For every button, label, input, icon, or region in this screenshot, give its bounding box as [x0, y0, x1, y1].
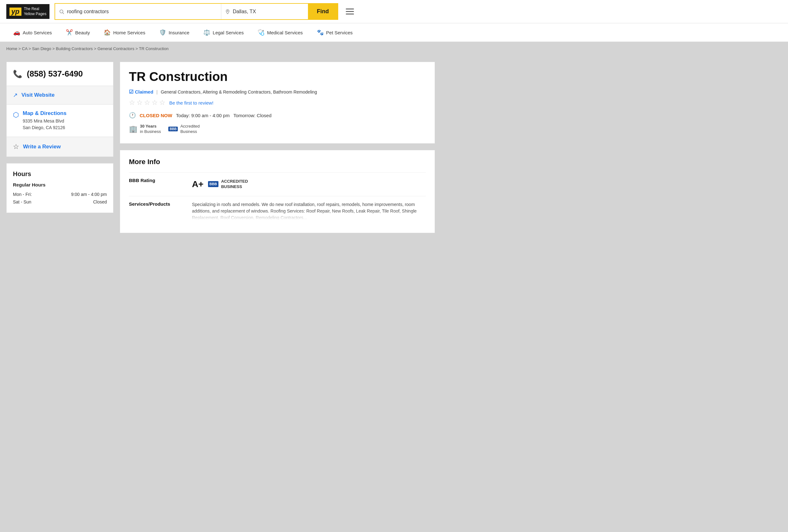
external-link-icon: ↗: [13, 91, 18, 99]
services-label: Services/Products: [129, 201, 179, 220]
open-hours-row: 🕐 CLOSED NOW Today: 9:00 am - 4:00 pm To…: [129, 112, 426, 119]
hours-subtitle: Regular Hours: [13, 182, 107, 187]
svg-line-1: [63, 13, 64, 14]
find-button[interactable]: Find: [308, 4, 338, 19]
bbb-rating-label: BBB Rating: [129, 178, 179, 191]
directions-icon: ⬡: [13, 111, 19, 119]
star-3: ☆: [144, 99, 150, 107]
visit-website-box[interactable]: ↗ Visit Website: [6, 86, 114, 104]
breadcrumb-ca[interactable]: CA: [22, 46, 27, 51]
visit-website-link[interactable]: Visit Website: [21, 92, 55, 98]
directions-content: Map & Directions 9335 Mira Mesa Blvd San…: [23, 110, 66, 131]
star-5: ☆: [159, 99, 165, 107]
address-line2: San Diego, CA 92126: [23, 124, 66, 131]
hamburger-line-1: [346, 8, 354, 9]
breadcrumb-current: TR Construction: [139, 46, 169, 51]
nav-insurance[interactable]: 🛡️ Insurance: [152, 23, 196, 42]
nav-pet-services-label: Pet Services: [326, 30, 353, 35]
bbb-rating-letter: A+: [192, 178, 204, 191]
hours-box: Hours Regular Hours Mon - Fri: 9:00 am -…: [6, 163, 114, 213]
write-review-star-icon: ☆: [13, 143, 19, 151]
address-line1: 9335 Mira Mesa Blvd: [23, 118, 66, 124]
nav-pet-services[interactable]: 🐾 Pet Services: [310, 23, 360, 42]
nav-insurance-label: Insurance: [169, 30, 190, 35]
breadcrumb-san-diego[interactable]: San Diego: [32, 46, 52, 51]
hours-time-weekday: 9:00 am - 4:00 pm: [71, 192, 107, 197]
auto-services-icon: 🚗: [13, 29, 20, 36]
nav-home-services[interactable]: 🏠 Home Services: [97, 23, 152, 42]
pet-services-icon: 🐾: [317, 29, 324, 36]
home-services-icon: 🏠: [104, 29, 111, 36]
clock-icon: 🕐: [129, 112, 136, 119]
search-input[interactable]: [67, 9, 217, 15]
phone-box: 📞 (858) 537-6490: [6, 62, 114, 86]
logo: yp The Real Yellow Pages: [6, 4, 50, 19]
stars-empty: ☆ ☆ ☆ ☆ ☆: [129, 99, 165, 107]
legal-services-icon: ⚖️: [203, 29, 210, 36]
breadcrumb-building-contractors[interactable]: Building Contractors: [56, 46, 93, 51]
hours-time-weekend: Closed: [93, 199, 107, 204]
star-2: ☆: [137, 99, 143, 107]
services-text: Specializing in roofs and remodels. We d…: [192, 201, 426, 220]
hours-title: Hours: [13, 170, 107, 178]
insurance-icon: 🛡️: [159, 29, 166, 36]
phone-icon: 📞: [13, 69, 22, 78]
phone-number: (858) 537-6490: [27, 69, 83, 79]
nav-legal-services-label: Legal Services: [213, 30, 244, 35]
sidebar: 📞 (858) 537-6490 ↗ Visit Website ⬡ Map &…: [6, 62, 114, 233]
bbb-badge-item: BBB Accredited Business: [168, 124, 199, 135]
nav-auto-services[interactable]: 🚗 Auto Services: [6, 23, 59, 42]
breadcrumb-home[interactable]: Home: [6, 46, 17, 51]
first-review-link[interactable]: Be the first to review!: [169, 100, 213, 105]
nav-auto-services-label: Auto Services: [23, 30, 52, 35]
nav-beauty[interactable]: ✂️ Beauty: [59, 23, 97, 42]
logo-tagline: The Real Yellow Pages: [24, 7, 47, 16]
rating-row: ☆ ☆ ☆ ☆ ☆ Be the first to review!: [129, 99, 426, 107]
services-row: Services/Products Specializing in roofs …: [129, 196, 426, 225]
more-info-box: More Info BBB Rating A+ BBB ACCREDITED B…: [120, 150, 435, 233]
business-name: TR Construction: [129, 69, 426, 84]
breadcrumb-general-contractors[interactable]: General Contractors: [97, 46, 134, 51]
svg-point-2: [227, 11, 228, 11]
business-card: TR Construction ☑ Claimed | General Cont…: [120, 62, 435, 144]
building-icon: 🏢: [129, 125, 137, 133]
years-badge-text: 30 Years in Business: [140, 124, 161, 135]
header: yp The Real Yellow Pages Find: [0, 0, 788, 23]
main-content: 📞 (858) 537-6490 ↗ Visit Website ⬡ Map &…: [0, 56, 441, 239]
claimed-check-icon: ☑: [129, 89, 133, 95]
hamburger-line-2: [346, 11, 354, 12]
nav-medical-services[interactable]: 🩺 Medical Services: [251, 23, 310, 42]
write-review-box[interactable]: ☆ Write a Review: [6, 137, 114, 157]
claimed-badge: ☑ Claimed: [129, 89, 153, 95]
star-4: ☆: [152, 99, 158, 107]
svg-point-0: [60, 10, 63, 13]
nav-bar: 🚗 Auto Services ✂️ Beauty 🏠 Home Service…: [0, 23, 788, 42]
medical-services-icon: 🩺: [257, 29, 264, 36]
hours-today: Today: 9:00 am - 4:00 pm: [176, 113, 230, 118]
hours-days-weekend: Sat - Sun: [13, 199, 31, 204]
yp-logo-text: yp: [9, 7, 21, 16]
nav-home-services-label: Home Services: [113, 30, 145, 35]
badges-row: 🏢 30 Years in Business BBB Accredited Bu…: [129, 124, 426, 135]
bbb-badge-text: Accredited Business: [180, 124, 199, 135]
bbb-accredited-badge: BBB ACCREDITED BUSINESS: [208, 179, 248, 190]
bbb-rating-row: BBB Rating A+ BBB ACCREDITED BUSINESS: [129, 172, 426, 196]
search-bar: Find: [55, 3, 338, 20]
hamburger-menu[interactable]: [343, 6, 356, 17]
hamburger-line-3: [346, 14, 354, 15]
claimed-separator: |: [156, 89, 158, 95]
search-where-section: [221, 4, 308, 19]
write-review-link[interactable]: Write a Review: [23, 144, 61, 150]
search-what-section: [55, 4, 221, 19]
bbb-logo-big: BBB: [208, 181, 219, 187]
nav-legal-services[interactable]: ⚖️ Legal Services: [196, 23, 251, 42]
directions-box[interactable]: ⬡ Map & Directions 9335 Mira Mesa Blvd S…: [6, 104, 114, 137]
directions-link[interactable]: Map & Directions: [23, 110, 66, 117]
bbb-rating-value: A+ BBB ACCREDITED BUSINESS: [192, 178, 426, 191]
location-input[interactable]: [233, 9, 304, 15]
more-info-title: More Info: [129, 158, 426, 166]
nav-medical-services-label: Medical Services: [267, 30, 302, 35]
hours-days-weekday: Mon - Fri:: [13, 192, 32, 197]
hours-tomorrow: Tomorrow: Closed: [233, 113, 271, 118]
years-in-business-badge: 🏢 30 Years in Business: [129, 124, 161, 135]
